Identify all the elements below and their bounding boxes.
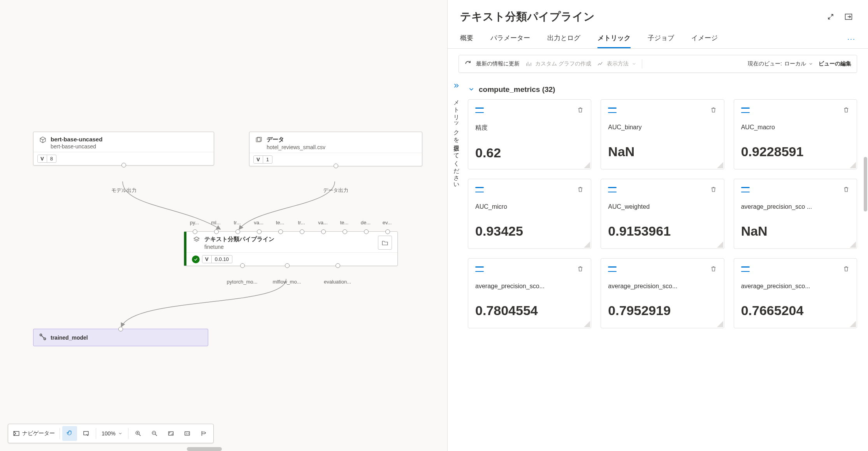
actual-size-button[interactable]: 1:1 — [180, 426, 195, 441]
metric-card[interactable]: average_precision_sco... 0.7804554 — [468, 258, 591, 328]
expand-panel-button[interactable] — [824, 10, 838, 24]
side-rail-label: メトリックを選択してください — [453, 96, 460, 186]
tab-3[interactable]: メトリック — [597, 33, 631, 48]
metrics-area[interactable]: compute_metrics (32) 精度 0.62 AUC_binary … — [465, 79, 868, 451]
metric-card[interactable]: AUC_micro 0.93425 — [468, 179, 591, 249]
metric-card[interactable]: average_precision_sco ... NaN — [734, 179, 857, 249]
drag-handle-icon[interactable] — [475, 266, 484, 272]
metric-card[interactable]: AUC_weighted 0.9153961 — [601, 179, 724, 249]
drag-handle-icon[interactable] — [741, 107, 750, 113]
pipeline-canvas[interactable]: bert-base-uncased bert-base-uncased V8 モ… — [0, 0, 448, 451]
chevron-down-icon — [632, 62, 636, 66]
input-port[interactable] — [278, 229, 283, 234]
node-pipeline[interactable]: テキスト分類パイプライン finetune V0.0.10 — [184, 231, 398, 266]
vertical-scrollbar[interactable] — [864, 157, 867, 211]
output-port[interactable] — [336, 263, 340, 268]
tab-5[interactable]: イメージ — [691, 33, 718, 48]
drag-handle-icon[interactable] — [475, 107, 484, 113]
chart-icon — [525, 60, 532, 67]
pan-tool-button[interactable] — [62, 426, 77, 441]
metric-card[interactable]: AUC_macro 0.9228591 — [734, 99, 857, 169]
node-trained-model[interactable]: trained_model — [33, 329, 208, 346]
horizontal-scrollbar[interactable] — [187, 447, 222, 451]
metric-card[interactable]: average_precision_sco... 0.7952919 — [601, 258, 724, 328]
drag-handle-icon[interactable] — [741, 266, 750, 272]
details-panel: テキスト分類パイプライン 概要パラメーター出力とログメトリック子ジョブイメージ·… — [448, 0, 868, 451]
current-view-select[interactable]: 現在のビュー: ローカル — [748, 60, 813, 67]
output-port[interactable] — [121, 163, 126, 167]
custom-chart-button: カスタム グラフの作成 — [525, 60, 591, 67]
metric-card[interactable]: 精度 0.62 — [468, 99, 591, 169]
zoom-out-button[interactable] — [147, 426, 162, 441]
metric-value: 0.62 — [475, 145, 584, 160]
line-chart-icon — [597, 60, 604, 67]
tab-4[interactable]: 子ジョブ — [648, 33, 674, 48]
tab-0[interactable]: 概要 — [460, 33, 473, 48]
input-port[interactable] — [385, 229, 390, 234]
input-port[interactable] — [364, 229, 369, 234]
output-port[interactable] — [285, 263, 290, 268]
metric-card[interactable]: average_precision_sco... 0.7665204 — [734, 258, 857, 328]
resize-corner-icon[interactable] — [584, 241, 590, 248]
input-port[interactable] — [214, 229, 219, 234]
input-port[interactable] — [235, 229, 240, 234]
metric-name: AUC_macro — [741, 124, 850, 131]
input-port[interactable] — [343, 229, 347, 234]
metric-name: AUC_micro — [475, 203, 584, 210]
close-panel-button[interactable] — [842, 10, 856, 24]
fit-screen-button[interactable] — [163, 426, 178, 441]
resize-corner-icon[interactable] — [584, 162, 590, 168]
drag-handle-icon[interactable] — [475, 187, 484, 192]
delete-card-button[interactable] — [710, 106, 717, 115]
node-data[interactable]: データ hotel_reviews_small.csv V1 — [249, 132, 422, 166]
input-port[interactable] — [118, 327, 123, 331]
port-label: モデル出力 — [111, 187, 137, 194]
node-bert[interactable]: bert-base-uncased bert-base-uncased V8 — [33, 132, 214, 166]
input-port[interactable] — [300, 229, 304, 234]
auto-layout-button[interactable] — [196, 426, 211, 441]
delete-card-button[interactable] — [577, 106, 584, 115]
zoom-select[interactable]: 100% — [98, 430, 126, 437]
tab-1[interactable]: パラメーター — [490, 33, 530, 48]
delete-card-button[interactable] — [710, 265, 717, 273]
resize-corner-icon[interactable] — [717, 162, 723, 168]
expand-rail-button[interactable] — [453, 82, 460, 91]
resize-corner-icon[interactable] — [850, 321, 856, 327]
delete-card-button[interactable] — [710, 186, 717, 194]
delete-card-button[interactable] — [577, 186, 584, 194]
resize-corner-icon[interactable] — [584, 321, 590, 327]
edit-view-button[interactable]: ビューの編集 — [819, 60, 851, 67]
delete-card-button[interactable] — [843, 186, 850, 194]
collapse-group-button[interactable] — [468, 86, 475, 94]
dataset-icon — [255, 136, 263, 144]
output-port[interactable] — [240, 263, 245, 268]
cube-icon — [39, 136, 47, 144]
more-tabs-button[interactable]: ··· — [847, 35, 856, 47]
delete-card-button[interactable] — [843, 265, 850, 273]
output-port[interactable] — [334, 164, 338, 168]
input-port[interactable] — [257, 229, 262, 234]
resize-corner-icon[interactable] — [717, 241, 723, 248]
selection-tool-button[interactable] — [79, 426, 93, 441]
navigator-button[interactable]: ナビゲーター — [11, 426, 57, 441]
delete-card-button[interactable] — [843, 106, 850, 115]
delete-card-button[interactable] — [577, 265, 584, 273]
resize-corner-icon[interactable] — [850, 241, 856, 248]
drag-handle-icon[interactable] — [608, 107, 617, 113]
port-label: py... — [190, 220, 199, 226]
drag-handle-icon[interactable] — [608, 187, 617, 192]
drag-handle-icon[interactable] — [608, 266, 617, 272]
tab-2[interactable]: 出力とログ — [547, 33, 580, 48]
resize-corner-icon[interactable] — [850, 162, 856, 168]
input-port[interactable] — [321, 229, 326, 234]
open-folder-button[interactable] — [378, 236, 392, 250]
resize-corner-icon[interactable] — [717, 321, 723, 327]
node-subtitle: bert-base-uncased — [51, 143, 102, 150]
zoom-in-button[interactable] — [131, 426, 146, 441]
drag-handle-icon[interactable] — [741, 187, 750, 192]
current-view-label: 現在のビュー: — [748, 60, 782, 67]
refresh-button[interactable]: 最新の情報に更新 — [464, 60, 520, 68]
metric-card[interactable]: AUC_binary NaN — [601, 99, 724, 169]
input-port[interactable] — [193, 229, 197, 234]
status-success-icon — [192, 255, 200, 263]
